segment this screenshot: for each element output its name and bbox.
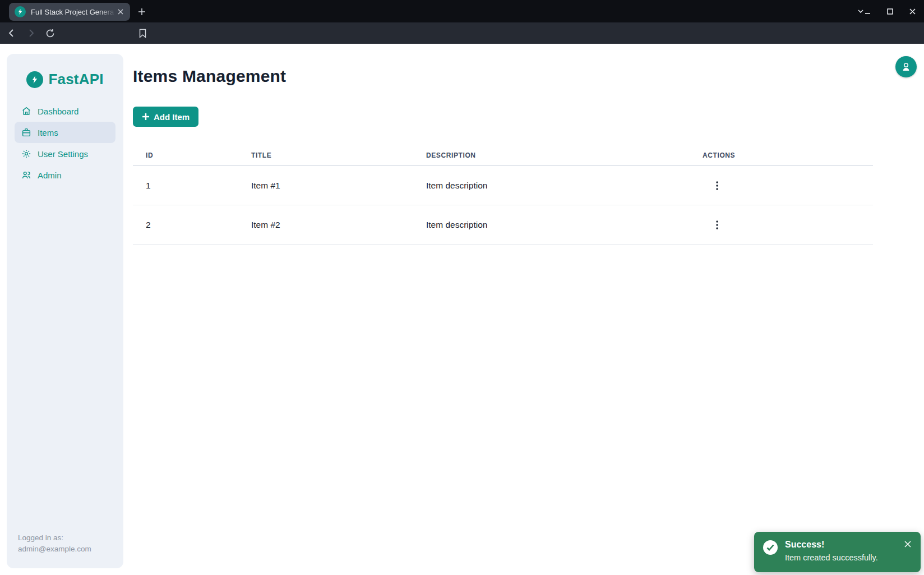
sidebar-item-label: Dashboard — [38, 107, 78, 116]
column-header-description: DESCRIPTION — [413, 151, 690, 159]
row-actions-menu-button[interactable] — [708, 216, 726, 234]
plus-icon — [142, 113, 150, 121]
add-item-label: Add Item — [154, 112, 190, 122]
sidebar-item-dashboard[interactable]: Dashboard — [15, 100, 116, 122]
logged-in-label: Logged in as: — [18, 532, 91, 544]
table-header-row: ID TITLE DESCRIPTION ACTIONS — [133, 145, 873, 166]
window-close-button[interactable] — [907, 6, 917, 16]
user-avatar-button[interactable] — [895, 56, 917, 77]
table-row: 2 Item #2 Item description — [133, 205, 873, 245]
sidebar-item-label: Items — [38, 128, 58, 137]
briefcase-icon — [21, 127, 31, 137]
check-circle-icon — [763, 540, 778, 555]
sidebar-item-label: Admin — [38, 171, 62, 180]
tab-strip: Full Stack Project Genera — [0, 0, 924, 22]
user-icon — [900, 61, 912, 72]
sidebar-item-items[interactable]: Items — [15, 122, 116, 143]
toast-title: Success! — [785, 539, 878, 550]
cell-description: Item description — [413, 181, 690, 191]
app-logo: FastAPI — [7, 54, 123, 88]
browser-tab[interactable]: Full Stack Project Genera — [9, 3, 130, 21]
kebab-icon — [716, 181, 718, 190]
add-item-button[interactable]: Add Item — [133, 107, 198, 127]
gear-icon — [21, 149, 31, 159]
window-minimize-button[interactable] — [862, 6, 872, 16]
column-header-title: TITLE — [238, 151, 413, 159]
column-header-actions: ACTIONS — [690, 151, 873, 159]
fastapi-logo-icon — [26, 71, 43, 88]
window-maximize-button[interactable] — [885, 6, 895, 16]
back-button[interactable] — [4, 26, 19, 40]
cell-title: Item #2 — [238, 220, 413, 230]
bookmark-icon[interactable] — [135, 26, 150, 40]
toast-message: Item created successfully. — [785, 552, 878, 563]
column-header-id: ID — [133, 151, 238, 159]
items-table: ID TITLE DESCRIPTION ACTIONS 1 Item #1 I… — [133, 145, 873, 245]
browser-window: Full Stack Project Genera — [0, 0, 924, 575]
sidebar-item-admin[interactable]: Admin — [15, 164, 116, 186]
toast-close-icon[interactable] — [903, 539, 913, 549]
reload-button[interactable] — [43, 26, 57, 40]
row-actions-menu-button[interactable] — [708, 177, 726, 195]
sidebar: FastAPI Dashboard Items — [7, 54, 123, 568]
browser-toolbar: localhost/items 1 — [0, 22, 924, 44]
cell-description: Item description — [413, 220, 690, 230]
sidebar-item-user-settings[interactable]: User Settings — [15, 143, 116, 164]
cell-id: 2 — [133, 220, 238, 230]
page-content: FastAPI Dashboard Items — [0, 44, 924, 575]
table-row: 1 Item #1 Item description — [133, 166, 873, 205]
cell-title: Item #1 — [238, 181, 413, 191]
logged-in-info: Logged in as: admin@example.com — [18, 532, 91, 555]
logged-in-email: admin@example.com — [18, 544, 91, 555]
tab-close-icon[interactable] — [116, 7, 126, 17]
tab-title: Full Stack Project Genera — [31, 8, 116, 16]
app-logo-text: FastAPI — [48, 71, 103, 88]
kebab-icon — [716, 220, 718, 229]
success-toast: Success! Item created successfully. — [754, 532, 921, 572]
sidebar-nav: Dashboard Items User Settings — [7, 100, 123, 186]
users-icon — [21, 170, 31, 180]
cell-id: 1 — [133, 181, 238, 191]
home-icon — [21, 106, 31, 116]
sidebar-item-label: User Settings — [38, 149, 88, 159]
fastapi-favicon-icon — [15, 6, 26, 17]
page-title: Items Management — [133, 67, 286, 86]
forward-button[interactable] — [24, 26, 38, 40]
new-tab-button[interactable] — [136, 6, 147, 17]
